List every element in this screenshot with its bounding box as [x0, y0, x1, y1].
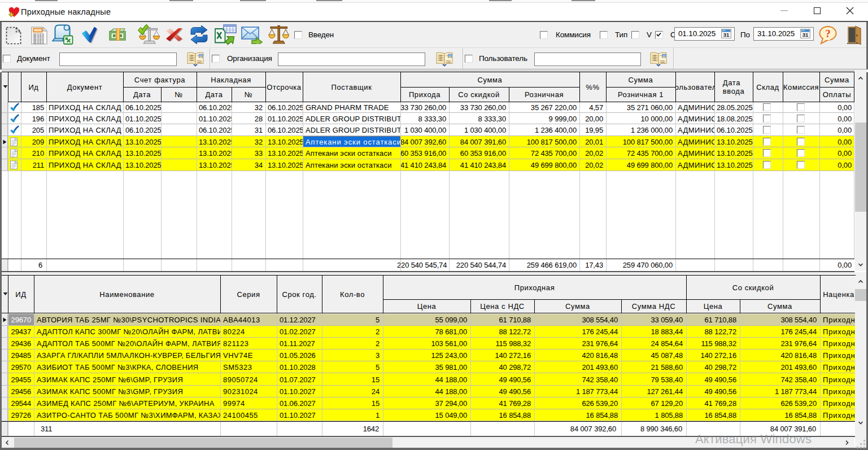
- svg-text:31: 31: [802, 32, 809, 38]
- svg-text:?: ?: [825, 28, 831, 40]
- svg-text:31: 31: [723, 32, 730, 38]
